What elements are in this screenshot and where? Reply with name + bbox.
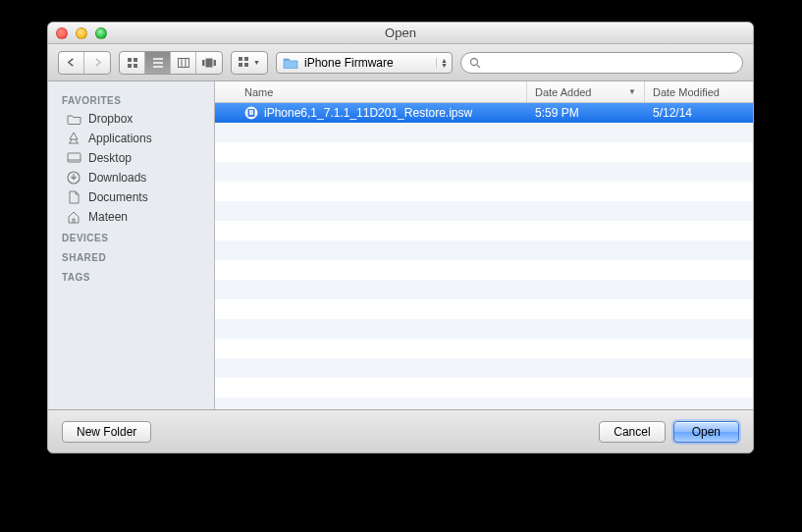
file-date-modified: 5/12/14 bbox=[645, 106, 753, 120]
search-icon bbox=[469, 57, 481, 69]
home-icon bbox=[66, 210, 81, 224]
svg-point-17 bbox=[471, 58, 478, 65]
titlebar[interactable]: Open bbox=[48, 23, 753, 44]
downloads-icon bbox=[66, 171, 81, 185]
svg-rect-27 bbox=[249, 110, 253, 115]
nav-buttons bbox=[58, 51, 111, 75]
list-view-button[interactable] bbox=[145, 52, 171, 74]
sidebar-section-shared: SHARED bbox=[48, 246, 214, 266]
svg-rect-2 bbox=[128, 64, 132, 68]
view-mode-buttons bbox=[119, 51, 223, 75]
sidebar-item-dropbox[interactable]: Dropbox bbox=[48, 109, 214, 129]
sidebar-item-label: Mateen bbox=[88, 210, 128, 224]
column-name[interactable]: Name bbox=[215, 81, 527, 102]
svg-rect-16 bbox=[244, 63, 248, 67]
sidebar-item-label: Downloads bbox=[88, 171, 146, 185]
chevron-down-icon: ▼ bbox=[253, 59, 260, 66]
sidebar-section-tags: TAGS bbox=[48, 266, 214, 286]
zoom-window-button[interactable] bbox=[95, 27, 107, 39]
ipsw-file-icon bbox=[244, 106, 258, 120]
sidebar-item-label: Dropbox bbox=[88, 112, 133, 126]
svg-line-20 bbox=[76, 139, 78, 143]
sidebar-item-applications[interactable]: Applications bbox=[48, 129, 214, 148]
close-window-button[interactable] bbox=[56, 27, 68, 39]
window-controls bbox=[48, 27, 107, 39]
svg-rect-14 bbox=[244, 57, 248, 61]
svg-rect-11 bbox=[206, 58, 213, 67]
search-field[interactable] bbox=[460, 52, 743, 74]
open-dialog: Open ▼ bbox=[47, 22, 754, 453]
desktop-icon bbox=[66, 151, 81, 165]
body: FAVORITES Dropbox Applications Desktop D… bbox=[48, 81, 753, 409]
arrange-button[interactable]: ▼ bbox=[232, 52, 267, 74]
coverflow-view-button[interactable] bbox=[196, 52, 222, 74]
sidebar-item-label: Applications bbox=[88, 132, 152, 145]
svg-rect-0 bbox=[128, 58, 132, 62]
file-date-added: 5:59 PM bbox=[527, 106, 645, 120]
updown-arrows-icon: ▲▼ bbox=[436, 58, 448, 68]
open-button[interactable]: Open bbox=[673, 421, 739, 443]
svg-rect-7 bbox=[178, 58, 188, 67]
new-folder-button[interactable]: New Folder bbox=[62, 421, 151, 443]
file-list-pane: Name Date Added▼ Date Modified iPhone6,1… bbox=[215, 81, 753, 409]
sidebar-item-home[interactable]: Mateen bbox=[48, 207, 214, 227]
window-title: Open bbox=[48, 26, 753, 40]
file-name: iPhone6,1_7.1.1_11D201_Restore.ipsw bbox=[264, 106, 472, 120]
footer: New Folder Cancel Open bbox=[48, 409, 753, 452]
folder-icon bbox=[66, 112, 81, 126]
svg-line-18 bbox=[477, 65, 480, 68]
folder-icon bbox=[283, 56, 298, 69]
svg-rect-15 bbox=[239, 63, 242, 67]
row-stripes bbox=[215, 103, 753, 409]
sidebar: FAVORITES Dropbox Applications Desktop D… bbox=[48, 81, 215, 409]
column-date-modified[interactable]: Date Modified bbox=[645, 81, 753, 102]
sidebar-item-documents[interactable]: Documents bbox=[48, 187, 214, 207]
sidebar-section-devices: DEVICES bbox=[48, 227, 214, 246]
column-date-added[interactable]: Date Added▼ bbox=[527, 81, 645, 102]
documents-icon bbox=[66, 190, 81, 204]
forward-button[interactable] bbox=[84, 52, 110, 74]
svg-line-19 bbox=[70, 139, 72, 143]
search-input[interactable] bbox=[486, 56, 734, 70]
toolbar: ▼ iPhone Firmware ▲▼ bbox=[48, 44, 753, 81]
svg-rect-13 bbox=[239, 57, 242, 61]
back-button[interactable] bbox=[59, 52, 84, 74]
sidebar-item-label: Desktop bbox=[88, 151, 132, 165]
column-view-button[interactable] bbox=[171, 52, 196, 74]
sidebar-section-favorites: FAVORITES bbox=[48, 89, 214, 109]
sort-desc-icon: ▼ bbox=[628, 87, 636, 96]
svg-rect-3 bbox=[134, 64, 137, 68]
file-rows[interactable]: iPhone6,1_7.1.1_11D201_Restore.ipsw 5:59… bbox=[215, 103, 753, 409]
svg-rect-10 bbox=[202, 60, 205, 66]
path-dropdown[interactable]: iPhone Firmware ▲▼ bbox=[276, 52, 453, 74]
arrange-button-group: ▼ bbox=[231, 51, 268, 75]
sidebar-item-label: Documents bbox=[88, 190, 148, 204]
applications-icon bbox=[66, 132, 81, 145]
svg-rect-1 bbox=[134, 58, 137, 62]
svg-rect-12 bbox=[214, 60, 217, 66]
column-headers: Name Date Added▼ Date Modified bbox=[215, 81, 753, 103]
sidebar-item-desktop[interactable]: Desktop bbox=[48, 148, 214, 168]
icon-view-button[interactable] bbox=[120, 52, 145, 74]
file-row[interactable]: iPhone6,1_7.1.1_11D201_Restore.ipsw 5:59… bbox=[215, 103, 753, 123]
sidebar-item-downloads[interactable]: Downloads bbox=[48, 168, 214, 187]
svg-rect-22 bbox=[68, 153, 80, 162]
minimize-window-button[interactable] bbox=[76, 27, 87, 39]
path-label: iPhone Firmware bbox=[304, 56, 394, 70]
cancel-button[interactable]: Cancel bbox=[599, 421, 665, 443]
